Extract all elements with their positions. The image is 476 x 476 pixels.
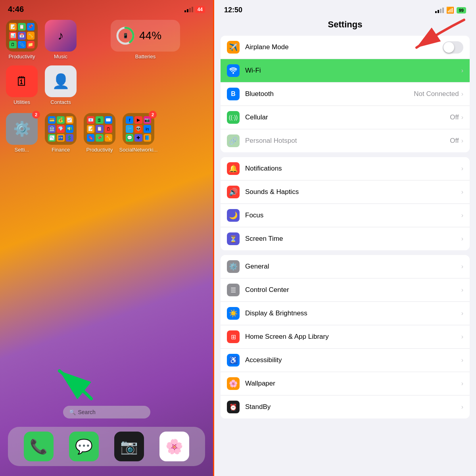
cellular-chevron: › bbox=[461, 114, 463, 121]
screen-time-label: Screen Time bbox=[245, 235, 461, 243]
batteries-widget-icon: 📱 44% bbox=[111, 20, 180, 52]
signal-icon bbox=[184, 7, 193, 12]
accessibility-icon: ♿ bbox=[227, 354, 240, 367]
search-bar[interactable]: 🔍 Search bbox=[63, 406, 150, 418]
standby-icon: ⏰ bbox=[227, 401, 240, 413]
control-center-chevron: › bbox=[461, 286, 463, 294]
standby-chevron: › bbox=[461, 403, 463, 411]
notifications-row[interactable]: 🔔 Notifications › bbox=[221, 157, 470, 180]
phone-mini-icon: 📱 bbox=[123, 33, 129, 38]
settings-status-bar: 12:50 📶 99 bbox=[214, 0, 476, 16]
sounds-haptics-row[interactable]: 🔊 Sounds & Haptics › bbox=[221, 180, 470, 204]
status-icons: 44 bbox=[184, 6, 205, 13]
accessibility-chevron: › bbox=[461, 357, 463, 364]
general-chevron: › bbox=[461, 263, 463, 270]
control-center-icon: ☰ bbox=[227, 284, 240, 296]
cellular-label: Cellular bbox=[245, 113, 450, 121]
airplane-mode-toggle[interactable] bbox=[443, 41, 463, 54]
app-finance-folder[interactable]: 💳 💰 📈 🏦 💎 💵 📉 🏧 💲 Finance bbox=[45, 113, 77, 153]
app-productivity-folder-2[interactable]: 📧 🗓 ✉️ 📝 📋 🗒 🔖 📌 ✏️ Productivity bbox=[84, 113, 115, 153]
general-label: General bbox=[245, 263, 461, 271]
app-label: SocialNetworki... bbox=[119, 147, 158, 153]
wallpaper-chevron: › bbox=[461, 380, 463, 387]
focus-icon: 🌙 bbox=[227, 209, 240, 222]
display-brightness-row[interactable]: ☀️ Display & Brightness › bbox=[221, 302, 470, 325]
personal-hotspot-chevron: › bbox=[461, 137, 463, 144]
accessibility-row[interactable]: ♿ Accessibility › bbox=[221, 349, 470, 372]
app-label: Productivity bbox=[86, 147, 113, 153]
app-label: Contacts bbox=[50, 99, 71, 105]
screen-time-row[interactable]: ⏳ Screen Time › bbox=[221, 227, 470, 250]
social-folder-icon: f ▶ 📷 🐦 👽 in 💬 ✚ 📘 bbox=[123, 113, 154, 145]
app-label: Setti... bbox=[15, 147, 29, 153]
personal-hotspot-label: Personal Hotspot bbox=[245, 137, 450, 145]
app-label: Utilities bbox=[13, 99, 30, 105]
settings-time: 12:50 bbox=[224, 6, 242, 14]
app-label: Productivity bbox=[8, 54, 35, 60]
green-arrow bbox=[40, 355, 103, 407]
app-music[interactable]: ♪ Music bbox=[45, 20, 77, 60]
settings-title: Settings bbox=[214, 16, 476, 36]
screen-time-chevron: › bbox=[461, 235, 463, 242]
personal-hotspot-icon: 🔗 bbox=[227, 134, 240, 147]
contacts-icon: 👤 bbox=[45, 65, 77, 97]
wifi-icon bbox=[227, 64, 240, 77]
battery-circle: 📱 bbox=[115, 26, 135, 46]
general-row[interactable]: ⚙️ General › bbox=[221, 255, 470, 278]
display-section: ⚙️ General › ☰ Control Center › ☀️ Displ… bbox=[221, 255, 470, 418]
notifications-chevron: › bbox=[461, 165, 463, 172]
cellular-row[interactable]: ((·)) Cellular Off › bbox=[221, 106, 470, 129]
focus-row[interactable]: 🌙 Focus › bbox=[221, 204, 470, 227]
display-brightness-chevron: › bbox=[461, 310, 463, 317]
cellular-icon: ((·)) bbox=[227, 111, 240, 124]
app-productivity-folder[interactable]: 📝 📋 📌 📊 📅 ✏️ 🗒 📎 📁 Productivity bbox=[6, 20, 38, 60]
battery-badge: 44 bbox=[195, 6, 205, 13]
status-time: 4:46 bbox=[8, 5, 24, 14]
screen-time-icon: ⏳ bbox=[227, 232, 240, 245]
wifi-chevron: › bbox=[461, 67, 463, 74]
batteries-widget[interactable]: 📱 44% Batteries bbox=[84, 20, 207, 60]
bluetooth-chevron: › bbox=[461, 90, 463, 98]
wallpaper-row[interactable]: 🌸 Wallpaper › bbox=[221, 372, 470, 395]
dock-camera[interactable]: 📷 bbox=[114, 432, 144, 461]
personal-hotspot-row[interactable]: 🔗 Personal Hotspot Off › bbox=[221, 129, 470, 152]
notifications-icon: 🔔 bbox=[227, 162, 240, 175]
home-screen-row[interactable]: ⊞ Home Screen & App Library › bbox=[221, 325, 470, 349]
wifi-row[interactable]: Wi-Fi › bbox=[221, 59, 470, 83]
utilities-icon: 🗓 bbox=[6, 65, 38, 97]
settings-battery-badge: 99 bbox=[457, 7, 466, 13]
bluetooth-value: Not Connected bbox=[414, 90, 459, 98]
app-label: Finance bbox=[52, 147, 70, 153]
control-center-row[interactable]: ☰ Control Center › bbox=[221, 278, 470, 302]
notifications-section: 🔔 Notifications › 🔊 Sounds & Haptics › 🌙… bbox=[221, 157, 470, 250]
bluetooth-label: Bluetooth bbox=[245, 90, 414, 98]
standby-label: StandBy bbox=[245, 403, 461, 411]
cellular-value: Off bbox=[450, 113, 459, 121]
app-settings[interactable]: ⚙️ 2 Setti... bbox=[6, 113, 38, 153]
personal-hotspot-value: Off bbox=[450, 137, 459, 145]
general-icon: ⚙️ bbox=[227, 260, 240, 273]
settings-wifi-icon: 📶 bbox=[446, 6, 454, 14]
dock-phone[interactable]: 📞 bbox=[24, 432, 54, 461]
dock-messages[interactable]: 💬 bbox=[69, 432, 99, 461]
wallpaper-icon: 🌸 bbox=[227, 377, 240, 390]
bluetooth-row[interactable]: B Bluetooth Not Connected › bbox=[221, 83, 470, 106]
dock: 📞 💬 📷 🌸 bbox=[8, 427, 205, 466]
standby-row[interactable]: ⏰ StandBy › bbox=[221, 395, 470, 418]
settings-panel: 12:50 📶 99 Settings ✈️ bbox=[214, 0, 476, 476]
airplane-mode-row[interactable]: ✈️ Airplane Mode bbox=[221, 36, 470, 59]
app-label: Batteries bbox=[135, 54, 155, 60]
dock-photos[interactable]: 🌸 bbox=[159, 432, 189, 461]
connectivity-section: ✈️ Airplane Mode Wi-Fi › B Bluetooth Not… bbox=[221, 36, 470, 152]
app-social-folder[interactable]: f ▶ 📷 🐦 👽 in 💬 ✚ 📘 2 SocialNetworki... bbox=[123, 113, 154, 153]
finance-folder-icon: 💳 💰 📈 🏦 💎 💵 📉 🏧 💲 bbox=[45, 113, 77, 145]
app-contacts[interactable]: 👤 Contacts bbox=[45, 65, 77, 105]
app-utilities[interactable]: 🗓 Utilities bbox=[6, 65, 38, 105]
focus-label: Focus bbox=[245, 211, 461, 219]
home-screen-chevron: › bbox=[461, 333, 463, 340]
settings-status-icons: 📶 99 bbox=[435, 6, 466, 14]
home-screen-label: Home Screen & App Library bbox=[245, 333, 461, 341]
music-icon: ♪ bbox=[45, 20, 77, 52]
display-brightness-icon: ☀️ bbox=[227, 307, 240, 320]
iphone-home-screen: 4:46 44 📝 📋 📌 📊 📅 ✏️ 🗒 📎 📁 Productivity bbox=[0, 0, 214, 476]
